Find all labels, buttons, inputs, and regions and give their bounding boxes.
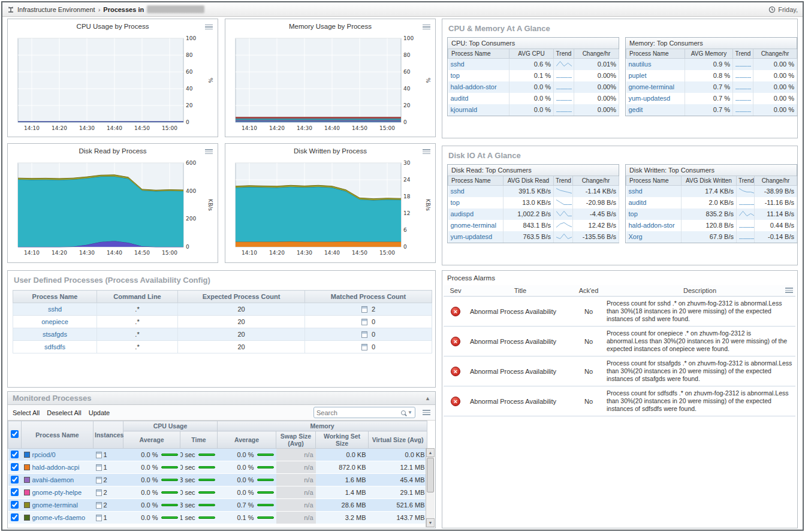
process-link[interactable]: Xorg <box>629 233 643 240</box>
column-header[interactable]: Working Set Size <box>316 431 369 449</box>
critical-severity-icon[interactable]: × <box>451 397 460 406</box>
chart-menu-icon[interactable] <box>423 25 430 31</box>
instances-icon[interactable] <box>96 502 102 509</box>
process-link[interactable]: gnome-terminal <box>629 83 674 90</box>
collapse-panel-icon[interactable]: ▲ <box>425 395 430 401</box>
process-link[interactable]: sshd <box>629 188 643 195</box>
update-button[interactable]: Update <box>89 409 110 416</box>
process-link[interactable]: top <box>451 199 460 206</box>
process-list-icon[interactable] <box>361 319 367 325</box>
process-link[interactable]: sshd <box>451 61 465 68</box>
column-header[interactable]: Swap Size (Avg) <box>276 431 316 449</box>
process-link[interactable]: stsafgds <box>43 331 67 338</box>
process-link[interactable]: rpciod/0 <box>32 451 56 458</box>
scrollbar-thumb[interactable] <box>427 458 434 492</box>
process-link[interactable]: onepiece <box>41 318 68 325</box>
row-checkbox[interactable] <box>11 488 19 496</box>
column-header[interactable]: Process Name <box>22 421 94 449</box>
process-link[interactable]: gnome-pty-helpe <box>32 489 82 496</box>
process-link[interactable]: auditd <box>451 95 469 102</box>
column-header[interactable]: Sev <box>444 285 468 297</box>
column-header[interactable]: Process Name <box>448 176 503 186</box>
chart-menu-icon[interactable] <box>205 149 213 155</box>
process-link[interactable]: gnome-vfs-daemo <box>32 514 86 521</box>
process-list-icon[interactable] <box>361 344 367 350</box>
instances-icon[interactable] <box>96 489 102 496</box>
instances-icon[interactable] <box>96 464 102 471</box>
deselect-all-button[interactable]: Deselect All <box>47 409 81 416</box>
process-link[interactable]: hald-addon-acpi <box>32 464 80 471</box>
column-header[interactable]: Trend <box>554 49 574 59</box>
select-all-button[interactable]: Select All <box>13 409 40 416</box>
instances-icon[interactable] <box>96 477 102 483</box>
column-header[interactable]: AVG Memory <box>685 49 733 59</box>
row-checkbox[interactable] <box>11 476 19 483</box>
process-link[interactable]: hald-addon-stor <box>451 83 497 90</box>
row-checkbox[interactable] <box>11 501 19 509</box>
column-header[interactable]: Average <box>123 431 180 449</box>
column-header[interactable]: Change/hr <box>573 176 619 186</box>
column-header[interactable]: Description <box>604 285 795 297</box>
column-header[interactable]: Instances <box>94 421 123 449</box>
column-header[interactable]: Process Name <box>626 49 685 59</box>
critical-severity-icon[interactable]: × <box>451 307 460 316</box>
scroll-up-button[interactable]: ▲ <box>426 448 435 457</box>
column-header[interactable]: Command Line <box>97 291 178 303</box>
chart-menu-icon[interactable] <box>423 149 430 155</box>
column-header[interactable]: Ack'ed <box>573 285 604 297</box>
search-options-dropdown-icon[interactable]: ▼ <box>408 410 412 415</box>
process-link[interactable]: gnome-terminal <box>32 501 78 509</box>
process-list-icon[interactable] <box>361 331 367 338</box>
process-link[interactable]: gedit <box>629 106 643 113</box>
process-list-icon[interactable] <box>361 306 367 313</box>
instances-icon[interactable] <box>96 452 102 458</box>
column-header[interactable]: AVG Disk Written <box>682 176 737 186</box>
process-link[interactable]: hald-addon-stor <box>629 222 675 229</box>
breadcrumb-root-link[interactable]: Infrastructure Environment <box>17 6 95 13</box>
column-header[interactable]: Process Name <box>13 291 97 303</box>
column-header[interactable]: Title <box>468 285 573 297</box>
process-link[interactable]: yum-updatesd <box>629 95 671 102</box>
column-header[interactable]: Change/hr <box>755 176 797 186</box>
critical-severity-icon[interactable]: × <box>451 337 460 346</box>
process-link[interactable]: yum-updatesd <box>451 233 493 240</box>
process-link[interactable]: gnome-terminal <box>451 222 496 229</box>
search-icon[interactable] <box>401 410 406 415</box>
column-header[interactable]: Process Name <box>448 49 509 59</box>
critical-severity-icon[interactable]: × <box>451 367 460 376</box>
row-checkbox[interactable] <box>11 451 19 458</box>
column-header[interactable]: AVG Disk Read <box>503 176 554 186</box>
instances-icon[interactable] <box>96 515 102 521</box>
search-input[interactable] <box>316 409 399 416</box>
chart-menu-icon[interactable] <box>205 25 213 31</box>
column-header[interactable]: Trend <box>554 176 573 186</box>
column-header[interactable]: AVG CPU <box>509 49 554 59</box>
column-header[interactable]: Process Name <box>626 176 682 186</box>
column-header[interactable]: Change/hr <box>753 49 797 59</box>
process-link[interactable]: top <box>629 210 638 217</box>
process-link[interactable]: nautilus <box>629 61 652 68</box>
process-link[interactable]: audispd <box>451 210 474 217</box>
process-link[interactable]: auditd <box>629 199 647 206</box>
column-header[interactable]: Trend <box>733 49 753 59</box>
process-link[interactable]: sshd <box>48 306 62 313</box>
process-link[interactable]: avahi-daemon <box>32 476 74 483</box>
table-menu-icon[interactable] <box>785 288 793 294</box>
column-header[interactable]: Change/hr <box>574 49 619 59</box>
process-link[interactable]: kjournald <box>451 106 478 113</box>
column-header[interactable]: Matched Process Count <box>305 291 432 303</box>
column-header[interactable]: Virtual Size (Avg) <box>369 431 427 449</box>
process-link[interactable]: top <box>451 72 460 79</box>
process-link[interactable]: sshd <box>451 188 465 195</box>
row-checkbox[interactable] <box>11 463 19 471</box>
process-link[interactable]: puplet <box>629 72 647 79</box>
column-header[interactable]: Average <box>218 431 276 449</box>
column-header[interactable]: Trend <box>737 176 755 186</box>
table-menu-icon[interactable] <box>423 410 430 416</box>
vertical-scrollbar[interactable]: ▲ ▼ <box>426 448 435 527</box>
process-link[interactable]: sdfsdfs <box>44 343 65 350</box>
row-checkbox[interactable] <box>11 513 19 521</box>
scroll-down-button[interactable]: ▼ <box>426 518 435 527</box>
column-header[interactable]: Expected Process Count <box>178 291 305 303</box>
header-checkbox[interactable] <box>11 430 19 438</box>
